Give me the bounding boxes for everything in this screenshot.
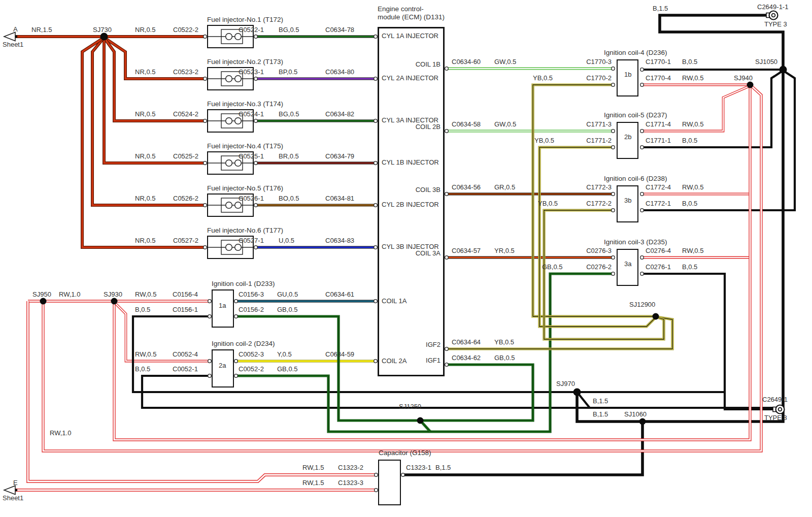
wire-label: C0276-1 [646, 263, 671, 271]
splice-label: SJ930 [104, 290, 122, 298]
off-sheet-arrow-a [4, 33, 17, 41]
wire-nr-inj4 [104, 38, 205, 163]
wire-yb-coil5 [539, 147, 656, 327]
wire-yb-coil5 [539, 147, 656, 327]
terminal-label: TYPE 3 [764, 20, 787, 28]
splice-SJ730 [100, 33, 108, 41]
splice-SJ930 [111, 298, 118, 305]
connector-point [254, 119, 258, 123]
terminal-label: TYPE 3 [764, 414, 787, 422]
splice-SJ1250 [417, 417, 424, 424]
wire-label: BP,0.5 [279, 68, 297, 76]
wire-label: C0634-57 [452, 247, 481, 254]
connector-point [254, 35, 258, 39]
wire-label: C1771-1 [646, 137, 671, 144]
pin-label: CYL 1A INJECTOR [382, 32, 438, 40]
pin-label: IGF2 [426, 341, 441, 348]
wire-label: YB,0.5 [538, 200, 558, 207]
wire-label: B,0.5 [682, 58, 697, 66]
connector-point [208, 315, 212, 318]
wire-label: C0634-64 [452, 338, 481, 346]
component-title: Ignition coil-1 (D233) [212, 280, 275, 287]
wire-label: BO,0.5 [279, 195, 299, 202]
component-title: module (ECM) (D131) [378, 13, 445, 21]
coil-tag: 1b [624, 71, 631, 78]
connector-point [640, 68, 644, 72]
wire-label: C0525-2 [173, 152, 198, 160]
connector-point [254, 246, 258, 249]
splice-label: SJ1250 [399, 403, 421, 410]
wire-label: C0634-56 [452, 183, 481, 191]
wire-label: C0634-81 [325, 195, 354, 202]
wire-label: NR,0.5 [135, 195, 155, 202]
wire-label: B,1.5 [593, 410, 608, 418]
connector-point [612, 130, 615, 133]
connector-point [204, 35, 207, 39]
connector-point [204, 204, 207, 207]
wire-label: C1771-2 [586, 137, 612, 144]
wire-label: GW,0.5 [494, 58, 516, 66]
wire-label: GW,0.5 [494, 120, 516, 128]
connector-point [374, 204, 378, 207]
component-title: Fuel injector-No.1 (T172) [207, 16, 283, 23]
wire-label: GU,0.5 [277, 290, 298, 298]
wire-label: B,0.5 [682, 263, 697, 271]
wire-label: NR,0.5 [135, 152, 155, 160]
connector-point [234, 315, 238, 318]
coil-tag: 3b [624, 197, 631, 204]
splice-SJ940 [747, 82, 754, 88]
splice-label: SJ1050 [755, 58, 777, 66]
pin-label: COIL 3A [416, 249, 441, 257]
wire-label: C0276-3 [586, 247, 612, 254]
connector-point [640, 130, 644, 133]
pin-label: COIL 3B [416, 186, 441, 193]
wire-label: C1770-1 [646, 58, 671, 66]
coil-tag: 3a [624, 260, 631, 268]
wire-label: U,0.5 [279, 237, 294, 244]
wire-label: B,1.5 [593, 397, 608, 405]
wire-nr-inj4 [104, 38, 205, 163]
splice-SJ1060 [639, 418, 646, 425]
wire-label: GB,0.5 [277, 365, 297, 373]
wire-label: C0052-1 [173, 365, 198, 373]
wire-label: C1770-3 [586, 58, 612, 66]
component-title: Fuel injector-No.3 (T174) [207, 100, 283, 108]
connector-point [640, 83, 644, 87]
capacitor-box [378, 460, 401, 505]
connector-point [374, 246, 378, 249]
sheet-ref: Sheet1 [3, 41, 23, 48]
wire-label: C0634-79 [325, 152, 354, 160]
connector-point [375, 489, 378, 492]
wire-label: C0526-1 [239, 195, 264, 202]
component-title: Ignition coil-2 (D234) [212, 340, 275, 347]
wire-label: B,0.5 [682, 137, 697, 144]
wire-label: C0634-78 [325, 26, 354, 34]
connector-point [204, 161, 207, 165]
connector-point [445, 363, 449, 367]
connector-point [445, 130, 449, 133]
pin-label: IGF1 [426, 357, 441, 364]
wire-label: C0634-58 [452, 120, 481, 128]
component-title: Capacitor (G158) [379, 449, 431, 457]
splice-SJ950 [40, 298, 47, 305]
splice-SJ12900 [653, 313, 659, 320]
wire-label: C0523-1 [239, 68, 264, 76]
coil-tag: 2b [624, 133, 631, 141]
wire-label: C0634-61 [325, 290, 354, 298]
wire-label: C0524-2 [173, 110, 198, 118]
pin-label: CYL 2A INJECTOR [382, 74, 438, 82]
pin-label: CYL 2B INJECTOR [382, 201, 439, 208]
wire-label: C0634-59 [325, 350, 354, 358]
component-title: Fuel injector-No.5 (T176) [207, 184, 283, 192]
connector-point [640, 256, 644, 260]
wire-label: BG,0.5 [279, 110, 299, 118]
wire-label: C0634-62 [452, 354, 481, 362]
connector-point [374, 161, 378, 165]
connector-point [612, 256, 615, 260]
wire-label: RW,0.5 [135, 350, 156, 358]
wire-label: C1323-2 [338, 464, 363, 471]
component-title: Fuel injector-No.4 (T175) [207, 142, 283, 150]
pin-label: COIL 2B [416, 123, 441, 131]
sheet-ref: A [13, 25, 18, 33]
wire-label: C0527-2 [173, 237, 198, 244]
